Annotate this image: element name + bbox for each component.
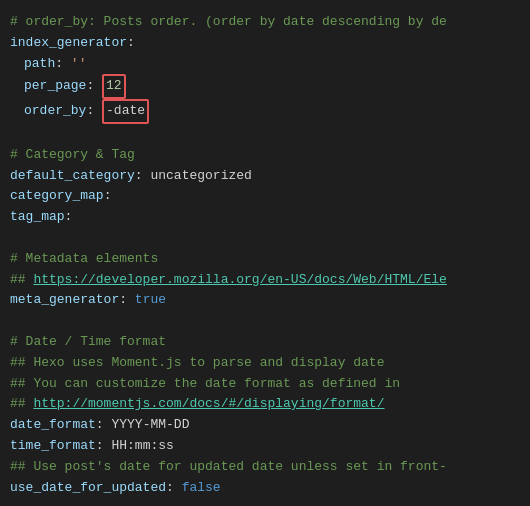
line-blank-4 <box>8 498 522 506</box>
highlight-per-page-1: 12 <box>102 74 126 99</box>
line-comment-orderby: # order_by: Posts order. (order by date … <box>8 12 522 33</box>
key-index-generator: index_generator <box>10 35 127 50</box>
link-momentjs[interactable]: http://momentjs.com/docs/#/displaying/fo… <box>33 396 384 411</box>
line-comment-use-date: ## Use post's date for updated date unle… <box>8 457 522 478</box>
key-path: path <box>24 56 55 71</box>
line-blank-1 <box>8 124 522 145</box>
value-path: '' <box>71 56 87 71</box>
key-order-by: order_by <box>24 103 86 118</box>
line-order-by: order_by: -date <box>8 99 522 124</box>
line-comment-metadata: # Metadata elements <box>8 249 522 270</box>
line-per-page-1: per_page: 12 <box>8 74 522 99</box>
line-comment-hexo-momentjs: ## Hexo uses Moment.js to parse and disp… <box>8 353 522 374</box>
key-use-date-updated: use_date_for_updated <box>10 480 166 495</box>
value-time-format: HH:mm:ss <box>111 438 173 453</box>
line-use-date-updated: use_date_for_updated: false <box>8 478 522 499</box>
value-default-category: uncategorized <box>150 168 251 183</box>
key-meta-generator: meta_generator <box>10 292 119 307</box>
key-tag-map: tag_map <box>10 209 65 224</box>
code-editor: # order_by: Posts order. (order by date … <box>0 8 530 506</box>
key-default-category: default_category <box>10 168 135 183</box>
value-order-by: -date <box>106 103 145 118</box>
line-comment-momentjs-link: ## http://momentjs.com/docs/#/displaying… <box>8 394 522 415</box>
line-blank-2 <box>8 228 522 249</box>
key-per-page-1: per_page <box>24 78 86 93</box>
value-meta-generator: true <box>135 292 166 307</box>
key-category-map: category_map <box>10 188 104 203</box>
line-comment-category: # Category & Tag <box>8 145 522 166</box>
line-time-format: time_format: HH:mm:ss <box>8 436 522 457</box>
line-path: path: '' <box>8 54 522 75</box>
value-use-date-updated: false <box>182 480 221 495</box>
line-comment-customize: ## You can customize the date format as … <box>8 374 522 395</box>
line-blank-3 <box>8 311 522 332</box>
line-date-format: date_format: YYYY-MM-DD <box>8 415 522 436</box>
link-mdn[interactable]: https://developer.mozilla.org/en-US/docs… <box>33 272 446 287</box>
line-index-generator-key: index_generator: <box>8 33 522 54</box>
key-time-format: time_format <box>10 438 96 453</box>
line-comment-mdn-link: ## https://developer.mozilla.org/en-US/d… <box>8 270 522 291</box>
line-tag-map: tag_map: <box>8 207 522 228</box>
line-meta-generator: meta_generator: true <box>8 290 522 311</box>
line-default-category: default_category: uncategorized <box>8 166 522 187</box>
line-category-map: category_map: <box>8 186 522 207</box>
key-date-format: date_format <box>10 417 96 432</box>
highlight-order-by: -date <box>102 99 149 124</box>
line-comment-date-time: # Date / Time format <box>8 332 522 353</box>
value-per-page-1: 12 <box>106 78 122 93</box>
value-date-format: YYYY-MM-DD <box>111 417 189 432</box>
